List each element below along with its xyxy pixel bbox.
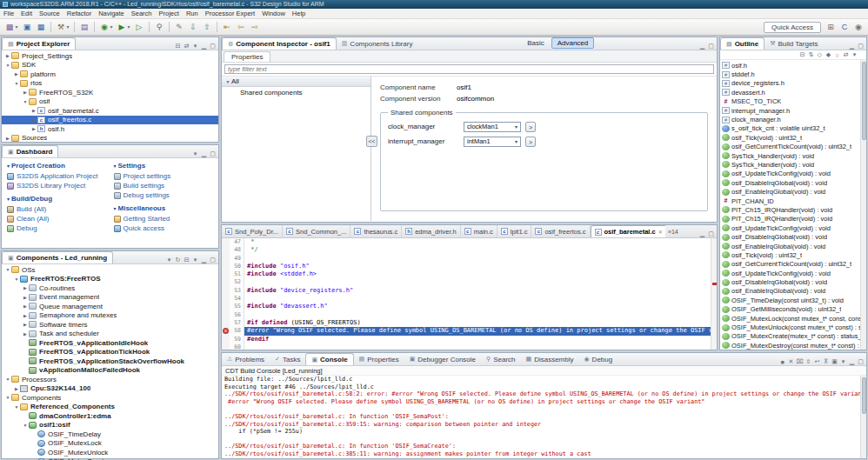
editor-line[interactable]: 54 <box>222 295 711 303</box>
outline-item[interactable]: devassert.h <box>720 88 860 97</box>
editor-line[interactable]: 49 <box>222 255 711 263</box>
editor-line[interactable]: 51 #include <stddef.h> <box>222 270 711 278</box>
save-all-icon[interactable]: ▦ <box>35 21 47 34</box>
dropdown-icon[interactable]: ▾ <box>839 358 847 365</box>
menu-item[interactable]: Help <box>289 10 309 17</box>
code-area[interactable]: 47 * 48 */ 49 50 #include "osif.h" 51 #i… <box>222 238 711 350</box>
editor-line[interactable]: 59 #endif <box>222 336 711 343</box>
expander-icon[interactable]: ▼ <box>4 377 11 382</box>
collapse-all-icon[interactable]: ⊟ <box>798 51 806 58</box>
new-source-icon[interactable]: ▤ <box>78 21 90 34</box>
outline-item[interactable]: osif_EnableIrqGlobal(void) : void <box>720 287 860 296</box>
menu-item[interactable]: Refactor <box>63 10 95 17</box>
view-menu-icon[interactable]: ▾ <box>191 257 199 263</box>
menu-item[interactable]: Run <box>183 10 202 17</box>
view-menu-icon[interactable]: ▾ <box>191 150 199 157</box>
component-select[interactable]: clockMan1 <box>464 122 521 132</box>
expander-icon[interactable]: ▶ <box>22 313 29 318</box>
minimize-icon[interactable]: ▁ <box>698 230 706 237</box>
editor-tab[interactable]: edma_driver.h <box>402 225 461 237</box>
tree-item[interactable]: OSIF_TimeDelay <box>2 430 218 439</box>
minimize-icon[interactable]: ▁ <box>200 257 208 263</box>
tree-item[interactable]: ▼ Components <box>2 393 218 403</box>
forward-icon[interactable]: ⇨ <box>249 21 261 34</box>
outline-item[interactable]: s_osif_tick_cnt : volatile uint32_t <box>720 124 860 133</box>
editor-line[interactable]: 57 #if defined (USING_OS_FREERTOS) <box>222 319 711 327</box>
expander-icon[interactable]: ▶ <box>22 285 29 290</box>
editor-line[interactable]: 48 */ <box>222 246 711 254</box>
view-menu-icon[interactable]: ▾ <box>191 43 199 50</box>
tree-item[interactable]: FreeRTOS_vApplicationTickHook <box>2 348 218 357</box>
tree-item[interactable]: ▶ osif_baremetal.c <box>2 106 218 116</box>
separator[interactable] <box>50 22 51 32</box>
expander-icon[interactable]: ▼ <box>22 99 29 104</box>
editor-line[interactable]: 52 <box>222 278 711 286</box>
editor-tab[interactable]: thesaurus.c <box>351 225 402 237</box>
maximize-icon[interactable]: ▢ <box>857 43 865 50</box>
word-wrap-icon[interactable]: ↩ <box>813 358 821 365</box>
editor-tab[interactable]: osif_baremetal.c <box>591 225 665 237</box>
last-edit-icon[interactable]: ⇤ <box>221 21 233 34</box>
link-editor-icon[interactable]: ⇄ <box>183 43 190 50</box>
console-tab[interactable]: ▣ Debugger Console <box>404 353 481 365</box>
detail-button[interactable]: > <box>525 122 536 132</box>
expander-icon[interactable]: ▼ <box>13 81 20 86</box>
link-editor-icon[interactable]: ⇄ <box>842 51 850 58</box>
editor-tab[interactable]: main.c <box>461 225 497 237</box>
tree-item[interactable]: ▼ rtos <box>2 79 218 89</box>
editor-tab[interactable]: Snd_Common_... <box>283 225 351 237</box>
inspector-tree-item[interactable]: Shared components <box>222 87 371 97</box>
outline-item[interactable]: OSIF_MutexDestroy(const mutex_t* const) … <box>720 341 860 350</box>
outline-item[interactable]: clock_manager.h <box>720 115 860 123</box>
outline-item[interactable]: OSIF_TimeDelay(const uint32_t) : void <box>720 296 860 304</box>
collapse-all-icon[interactable]: ⊟ <box>183 257 190 263</box>
editor-tab[interactable]: lpit1.c <box>497 225 532 237</box>
outline-item[interactable]: osif_EnableIrqGlobal(void) : void <box>720 187 860 196</box>
console-tab[interactable]: ⚠ Problems <box>222 353 270 365</box>
dashboard-link[interactable]: Debug settings <box>114 190 217 200</box>
tree-item[interactable]: OSIF_MutexLock <box>2 439 218 449</box>
filter-components-icon[interactable]: ▾ <box>165 257 173 263</box>
outline-item[interactable]: PIT_CHAN_ID <box>720 197 860 205</box>
tree-item[interactable]: ▶ osif_freertos.c <box>2 116 218 125</box>
menu-item[interactable]: Navigate <box>95 10 128 17</box>
filter-input[interactable] <box>224 64 714 74</box>
outline-item[interactable]: MSEC_TO_TICK <box>720 97 860 106</box>
dashboard-link[interactable]: S32DS Application Project <box>7 171 110 181</box>
outline-item[interactable]: OSIF_MutexLock(const mutex_t* const, con… <box>720 314 860 323</box>
scroll-lock-icon[interactable]: ⇳ <box>805 358 812 365</box>
tree-item[interactable]: vApplicationMallocFailedHook <box>2 366 218 376</box>
outline-item[interactable]: SysTick_Handler(void) : void <box>720 160 860 169</box>
inspector-tree-item[interactable]: ▼ All <box>222 77 371 87</box>
minimize-icon[interactable]: ▁ <box>848 358 856 365</box>
overview-ruler[interactable] <box>711 238 717 350</box>
outline-item[interactable]: osif_DisableIrqGlobal(void) : void <box>720 232 860 241</box>
expander-icon[interactable]: ▶ <box>13 71 20 77</box>
separator[interactable] <box>74 22 75 32</box>
external-tools-icon[interactable]: ▷ <box>133 21 145 34</box>
maximize-icon[interactable]: ▢ <box>209 150 217 157</box>
outline-item[interactable]: osif_UpdateTickConfig(void) : void <box>720 269 860 277</box>
tree-item[interactable]: dmaController1:edma <box>2 411 218 421</box>
outline-item[interactable]: osif_Tick(void) : uint32_t <box>720 133 860 142</box>
expander-icon[interactable]: ▼ <box>4 395 11 400</box>
detail-button[interactable]: > <box>525 137 536 147</box>
tree-item[interactable]: ▶ Queue management <box>2 302 218 311</box>
dashboard-link[interactable]: Build (All) <box>7 204 110 214</box>
expander-icon[interactable]: ▶ <box>30 126 37 131</box>
dashboard-link[interactable]: Clean (All) <box>7 214 110 223</box>
expander-icon[interactable]: ▼ <box>4 63 11 68</box>
outline-item[interactable]: osif.h <box>720 61 860 70</box>
tree-item[interactable]: ▶ Cpu:S32K144_100 <box>2 384 218 394</box>
inspector-tab[interactable]: ⚙ Component Inspector - osif1 <box>222 37 337 50</box>
expander-icon[interactable]: ▶ <box>22 90 29 95</box>
expander-icon[interactable]: ▶ <box>22 331 29 337</box>
tree-item[interactable]: OSIF_MutexCreate <box>2 457 218 460</box>
outline-item[interactable]: interrupt_manager.h <box>720 106 860 115</box>
tree-item[interactable]: ▶ Task and scheduler <box>2 330 218 339</box>
sort-icon[interactable]: ⇅ <box>807 51 815 58</box>
outline-item[interactable]: OSIF_GetMilliseconds(void) : uint32_t <box>720 305 860 314</box>
console-tab[interactable]: ▣ Console <box>305 353 353 365</box>
maximize-icon[interactable]: ▢ <box>209 43 217 50</box>
tree-item[interactable]: ▼ SDK <box>2 61 218 70</box>
